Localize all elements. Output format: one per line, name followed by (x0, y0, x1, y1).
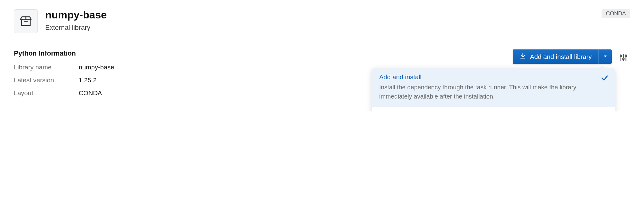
info-value-library-name: numpy-base (79, 64, 114, 76)
add-install-dropdown: Add and install Install the dependency t… (372, 68, 615, 111)
add-install-button-label: Add and install library (530, 53, 592, 60)
sliders-icon (619, 53, 628, 63)
info-row: Library name numpy-base (14, 64, 114, 76)
download-icon (519, 52, 526, 61)
add-install-split-button: Add and install library (513, 49, 612, 64)
header-titles: numpy-base External library (45, 9, 630, 32)
info-value-layout: CONDA (79, 89, 114, 102)
add-install-dropdown-toggle[interactable] (599, 49, 612, 64)
dropdown-item-title: Add and install (379, 73, 607, 81)
info-label-library-name: Library name (14, 64, 79, 76)
actions-area: Add and install library (513, 49, 630, 65)
dropdown-item-desc: Install the dependency through the task … (379, 83, 607, 101)
info-label-layout: Layout (14, 89, 79, 102)
dropdown-item-add[interactable]: Add Add the dependency to the meta.yaml … (372, 107, 615, 111)
info-row: Layout CONDA (14, 89, 114, 102)
info-table: Library name numpy-base Latest version 1… (14, 64, 114, 102)
dropdown-item-add-install[interactable]: Add and install Install the dependency t… (372, 68, 615, 107)
svg-point-4 (622, 58, 624, 60)
info-label-latest-version: Latest version (14, 76, 79, 89)
layout-badge: CONDA (602, 9, 630, 18)
header: numpy-base External library CONDA (14, 9, 630, 42)
info-row: Latest version 1.25.2 (14, 76, 114, 89)
svg-point-5 (625, 55, 627, 57)
package-icon (14, 9, 38, 33)
check-icon (601, 74, 609, 83)
content: Python Information Library name numpy-ba… (14, 49, 630, 102)
page-title: numpy-base (45, 9, 630, 21)
info-value-latest-version: 1.25.2 (79, 76, 114, 89)
info-heading: Python Information (14, 49, 513, 57)
add-install-button[interactable]: Add and install library (513, 49, 599, 64)
chevron-down-icon (603, 54, 607, 59)
svg-point-3 (620, 55, 622, 57)
settings-button[interactable] (617, 51, 630, 65)
page-subtitle: External library (45, 24, 630, 32)
